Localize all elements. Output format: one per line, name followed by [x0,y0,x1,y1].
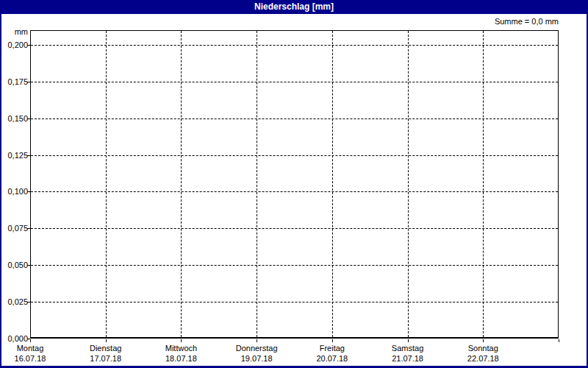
x-grid-line [257,31,257,337]
x-tick-mark [408,339,409,342]
x-day-label: Montag [0,344,67,353]
x-tick-mark [181,339,182,342]
y-tick-label: 0,025 [0,297,28,306]
y-grid-line [31,82,558,82]
x-tick-mark [30,339,31,342]
x-tick-mark [332,339,333,342]
y-grid-line [31,191,558,192]
y-tick-label: 0,200 [0,40,28,49]
x-date-label: 22.07.18 [446,354,520,363]
y-grid-line [31,45,558,46]
y-grid-line [31,118,558,119]
x-date-label: 19.07.18 [220,354,293,363]
y-tick-label: 0,000 [0,334,28,343]
x-tick-mark [483,339,484,342]
x-grid-line [181,31,182,337]
y-tick-label: 0,075 [0,224,28,233]
x-grid-line [483,31,484,337]
x-date-label: 17.07.18 [69,354,143,363]
y-tick-label: 0,050 [0,261,28,269]
x-tick-mark [106,339,107,342]
x-date-label: 16.07.18 [0,354,67,363]
x-date-label: 21.07.18 [371,354,445,363]
y-tick-label: 0,100 [0,187,28,196]
x-tick-mark [257,339,257,342]
y-grid-line [31,265,558,266]
x-day-label: Mittwoch [144,344,218,353]
x-tick-mark [559,339,559,342]
x-day-label: Dienstag [69,344,143,353]
y-grid-line [31,155,558,156]
x-day-label: Donnerstag [220,344,293,353]
x-day-label: Sonntag [446,344,520,353]
x-date-label: 20.07.18 [295,354,369,363]
plot-layer: 0,2000,1750,1500,1250,1000,0750,0500,025… [0,0,588,368]
x-grid-line [106,31,107,337]
y-tick-label: 0,150 [0,114,28,123]
x-grid-line [332,31,333,337]
y-tick-label: 0,125 [0,151,28,160]
y-grid-line [31,228,558,229]
x-grid-line [408,31,409,337]
x-day-label: Samstag [371,344,445,353]
x-day-label: Freitag [295,344,369,353]
y-grid-line [31,302,558,302]
y-tick-label: 0,175 [0,77,28,86]
x-date-label: 18.07.18 [144,354,218,363]
